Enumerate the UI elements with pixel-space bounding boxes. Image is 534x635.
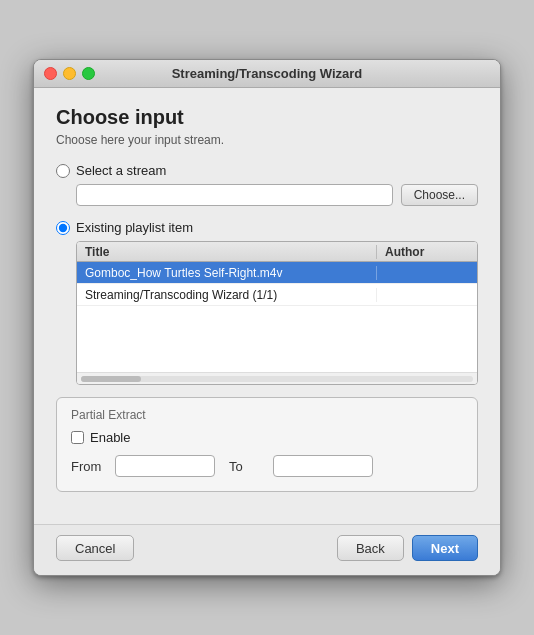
page-subtitle: Choose here your input stream. [56,133,478,147]
select-stream-label: Select a stream [76,163,166,178]
next-button[interactable]: Next [412,535,478,561]
window-title: Streaming/Transcoding Wizard [172,66,363,81]
minimize-button[interactable] [63,67,76,80]
col-title-header: Title [77,245,377,259]
scrollbar-track [81,376,473,382]
existing-playlist-radio[interactable] [56,221,70,235]
playlist-table: Title Author Gomboc_How Turtles Self-Rig… [76,241,478,385]
to-input[interactable] [273,455,373,477]
table-header: Title Author [77,242,477,262]
back-button[interactable]: Back [337,535,404,561]
maximize-button[interactable] [82,67,95,80]
titlebar: Streaming/Transcoding Wizard [34,60,500,88]
from-to-row: From To [71,455,463,477]
table-body[interactable]: Gomboc_How Turtles Self-Right.m4v Stream… [77,262,477,372]
footer-left: Cancel [56,535,134,561]
footer-right: Back Next [337,535,478,561]
row-title: Gomboc_How Turtles Self-Right.m4v [77,266,377,280]
col-author-header: Author [377,245,477,259]
from-label: From [71,459,101,474]
partial-extract-section: Partial Extract Enable From To [56,397,478,492]
enable-row: Enable [71,430,463,445]
footer: Cancel Back Next [34,524,500,575]
row-title: Streaming/Transcoding Wizard (1/1) [77,288,377,302]
select-stream-option-row: Select a stream [56,163,478,178]
table-row[interactable]: Streaming/Transcoding Wizard (1/1) [77,284,477,306]
partial-extract-title: Partial Extract [71,408,463,422]
existing-playlist-option-row: Existing playlist item [56,220,478,235]
choose-button[interactable]: Choose... [401,184,478,206]
stream-input-row: Choose... [76,184,478,206]
stream-text-input[interactable] [76,184,393,206]
main-window: Streaming/Transcoding Wizard Choose inpu… [33,59,501,576]
scrollbar-thumb [81,376,141,382]
table-scrollbar[interactable] [77,372,477,384]
traffic-lights [44,67,95,80]
table-row[interactable]: Gomboc_How Turtles Self-Right.m4v [77,262,477,284]
from-input[interactable] [115,455,215,477]
content-area: Choose input Choose here your input stre… [34,88,500,524]
select-stream-radio[interactable] [56,164,70,178]
to-label: To [229,459,259,474]
enable-checkbox[interactable] [71,431,84,444]
enable-label: Enable [90,430,130,445]
cancel-button[interactable]: Cancel [56,535,134,561]
existing-playlist-label: Existing playlist item [76,220,193,235]
page-title: Choose input [56,106,478,129]
close-button[interactable] [44,67,57,80]
